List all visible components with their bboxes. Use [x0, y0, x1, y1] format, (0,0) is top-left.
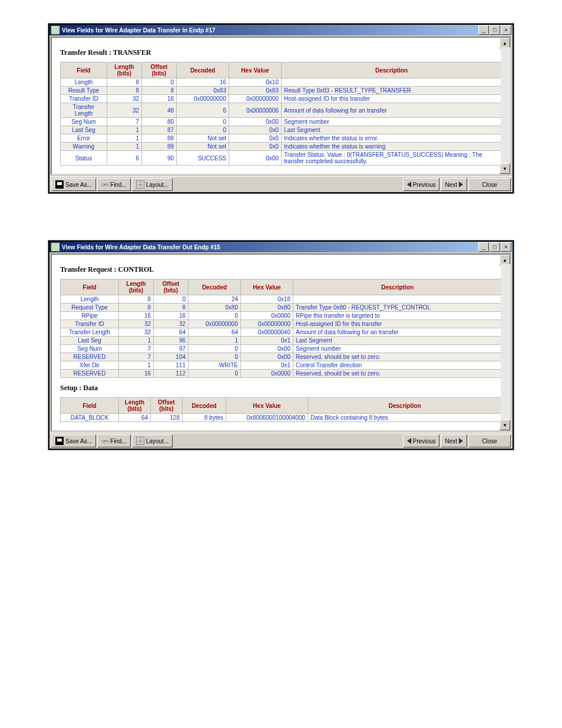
cell: 0x0000 — [241, 312, 293, 320]
minimize-button[interactable]: _ — [478, 242, 489, 252]
column-header: Decoded — [189, 279, 241, 295]
cell: 1 — [107, 126, 142, 134]
table-row: RESERVED1611200x0000Reserved, should be … — [61, 370, 502, 378]
column-header: Decoded — [183, 398, 226, 414]
close-window-button[interactable]: × — [501, 242, 511, 252]
content-area: ▲ ▼ Transfer Result : TRANSFER FieldLeng… — [51, 37, 511, 175]
bottom-toolbar: Save As... 👓Find... Layout... Previous N… — [49, 176, 513, 192]
cell: 0x00000040 — [241, 328, 293, 337]
cell: WRITE — [189, 361, 241, 370]
cell: 0x18 — [241, 295, 293, 304]
column-header: Field — [61, 279, 119, 295]
cell: 7 — [119, 345, 154, 353]
minimize-button[interactable]: _ — [478, 25, 489, 35]
layout-icon — [136, 437, 144, 445]
table-row: Transfer ID32160x000000000x00000000Host-… — [61, 95, 502, 103]
layout-button[interactable]: Layout... — [132, 434, 173, 447]
cell: 8 — [107, 87, 142, 95]
column-header: Offset(bits) — [154, 279, 189, 295]
cell: 0x00 — [229, 118, 282, 126]
save-as-button[interactable]: Save As... — [51, 178, 96, 191]
cell: 0x1 — [241, 361, 293, 370]
titlebar[interactable]: View Fields for Wire Adapter Data Transf… — [49, 242, 513, 252]
cell: 64 — [154, 328, 189, 337]
window-transfer-request: View Fields for Wire Adapter Data Transf… — [48, 241, 514, 450]
scroll-down-button[interactable]: ▼ — [500, 163, 510, 174]
find-button[interactable]: 👓Find... — [97, 434, 131, 447]
cell: Warning — [61, 143, 107, 151]
cell: 0x10 — [229, 78, 282, 87]
table-row: Warning189Not set0x0Indicates whether th… — [61, 143, 502, 151]
arrow-left-icon — [407, 438, 411, 444]
window-title: View Fields for Wire Adapter Data Transf… — [62, 244, 220, 251]
cell: 0 — [189, 353, 241, 361]
cell: Error — [61, 134, 107, 143]
column-header: Offset(bits) — [151, 398, 183, 414]
section-heading-request: Transfer Request : CONTROL — [60, 265, 502, 274]
cell: 80 — [142, 118, 177, 126]
scrollbar[interactable] — [501, 264, 510, 421]
layout-button[interactable]: Layout... — [132, 178, 173, 191]
previous-button[interactable]: Previous — [403, 434, 440, 447]
cell: 7 — [119, 353, 154, 361]
cell: Not set — [177, 134, 229, 143]
cell: 0 — [142, 78, 177, 87]
arrow-right-icon — [459, 182, 463, 187]
table-row: Error188Not set0x0Indicates whether the … — [61, 134, 502, 143]
table-row: Seg Num79700x00Segment number — [61, 345, 502, 353]
column-header: Description — [282, 62, 502, 78]
cell: 8 — [119, 304, 154, 312]
table-row: Seg Num78000x00Segment number — [61, 118, 502, 126]
save-as-button[interactable]: Save As... — [51, 434, 96, 447]
close-window-button[interactable]: × — [501, 25, 511, 35]
column-header: Decoded — [177, 62, 229, 78]
next-button[interactable]: Next — [441, 178, 467, 191]
cell: Transfer Status. Value : 0(TRANSFER_STAT… — [282, 151, 502, 166]
cell: 0x00 — [241, 345, 293, 353]
cell: 16 — [119, 312, 154, 320]
binoculars-icon: 👓 — [101, 438, 108, 444]
table-row: Length80240x18 — [61, 295, 502, 304]
window-icon — [51, 25, 60, 35]
cell: 111 — [154, 361, 189, 370]
close-button[interactable]: Close — [468, 434, 511, 447]
cell: 1 — [119, 361, 154, 370]
cell: 0 — [177, 126, 229, 134]
bottom-toolbar: Save As... 👓Find... Layout... Previous N… — [49, 433, 513, 449]
cell: 0x0000 — [241, 370, 293, 378]
cell: 0x8006000100004000 — [226, 414, 308, 422]
titlebar[interactable]: View Fields for Wire Adapter Data Transf… — [49, 25, 513, 35]
cell: 0 — [189, 345, 241, 353]
scrollbar[interactable] — [501, 47, 510, 164]
cell: Seg Num — [61, 118, 107, 126]
scroll-down-button[interactable]: ▼ — [500, 420, 510, 430]
setup-data-table: FieldLength(bits)Offset(bits)DecodedHex … — [60, 397, 502, 422]
cell: 32 — [107, 95, 142, 103]
table-row: RESERVED710400x00Reserved, should be set… — [61, 353, 502, 361]
cell: 32 — [154, 320, 189, 328]
find-button[interactable]: 👓Find... — [97, 178, 131, 191]
cell: 0x83 — [177, 87, 229, 95]
previous-button[interactable]: Previous — [403, 178, 440, 191]
column-header: Offset(bits) — [142, 62, 177, 78]
column-header: Field — [61, 62, 107, 78]
column-header: Description — [293, 279, 502, 295]
close-button[interactable]: Close — [468, 178, 511, 191]
column-header: Hex Value — [241, 279, 293, 295]
cell: Indicates whether the status is warning — [282, 143, 502, 151]
cell: 90 — [142, 151, 177, 166]
cell: 0 — [189, 312, 241, 320]
maximize-button[interactable]: □ — [490, 25, 500, 35]
cell — [293, 295, 502, 304]
cell: 97 — [154, 345, 189, 353]
cell: RPipe this transfer is targeted to — [293, 312, 502, 320]
maximize-button[interactable]: □ — [490, 242, 500, 252]
transfer-result-table: FieldLength(bits)Offset(bits)DecodedHex … — [60, 62, 502, 166]
next-button[interactable]: Next — [441, 434, 467, 447]
cell: 48 — [142, 103, 177, 118]
cell: Reserved, should be set to zero. — [293, 353, 502, 361]
cell: 24 — [189, 295, 241, 304]
cell: Transfer Length — [61, 328, 119, 337]
cell: 0 — [177, 118, 229, 126]
cell: Xfer Dir — [61, 361, 119, 370]
